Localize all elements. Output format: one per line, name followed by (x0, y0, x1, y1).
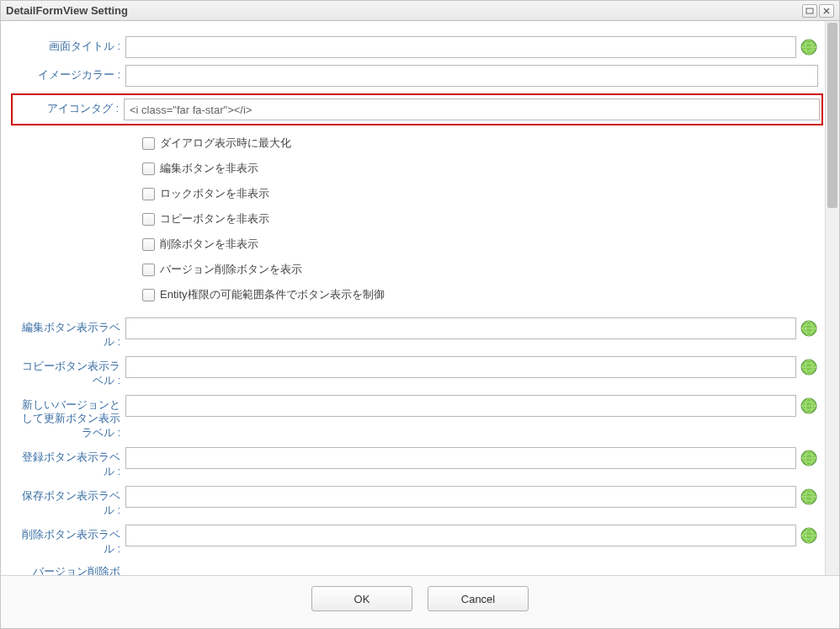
label-screen-title: 画面タイトル : (16, 36, 125, 54)
svg-rect-0 (806, 8, 813, 13)
checkbox-hide-lock[interactable] (142, 188, 155, 200)
window-title: DetailFormView Setting (6, 4, 802, 17)
checkbox-label: ロックボタンを非表示 (160, 186, 269, 201)
label-image-color: イメージカラー : (16, 65, 125, 83)
checkbox-entity-auth[interactable] (142, 289, 155, 301)
row-chk-hide-edit: 編集ボタンを非表示 (142, 157, 818, 179)
checkbox-label: コピーボタンを非表示 (160, 211, 269, 227)
input-delete-btn-label[interactable] (125, 525, 796, 546)
row-screen-title: 画面タイトル : (16, 36, 818, 58)
checkbox-label: バージョン削除ボタンを表示 (160, 262, 302, 277)
row-icon-tag-highlighted: アイコンタグ : (11, 93, 823, 125)
input-save-btn-label[interactable] (125, 486, 796, 508)
row-copy-btn-label: コピーボタン表示ラベル : (16, 356, 818, 388)
dialog-footer: OK Cancel (1, 575, 839, 628)
row-new-version-label: 新しいバージョンとして更新ボタン表示ラベル : (16, 395, 818, 441)
label-truncated: バージョン削除ボ (16, 563, 125, 575)
label-edit-btn-label: 編集ボタン表示ラベル : (16, 317, 125, 349)
ok-button[interactable]: OK (311, 586, 412, 611)
row-image-color: イメージカラー : (16, 65, 818, 87)
maximize-button[interactable] (802, 4, 817, 18)
globe-icon[interactable] (800, 397, 818, 415)
checkbox-hide-edit[interactable] (142, 163, 155, 175)
row-save-btn-label: 保存ボタン表示ラベル : (16, 486, 818, 518)
row-chk-hide-delete: 削除ボタンを非表示 (142, 233, 818, 255)
row-delete-btn-label: 削除ボタン表示ラベル : (16, 525, 818, 557)
row-chk-hide-copy: コピーボタンを非表示 (142, 208, 818, 230)
label-new-version-label: 新しいバージョンとして更新ボタン表示ラベル : (16, 395, 125, 441)
checkbox-label: ダイアログ表示時に最大化 (160, 136, 291, 151)
scrollbar-thumb[interactable] (827, 23, 837, 208)
checkbox-label: 削除ボタンを非表示 (160, 237, 258, 252)
row-register-btn-label: 登録ボタン表示ラベル : (16, 447, 818, 479)
globe-icon[interactable] (800, 488, 818, 506)
label-register-btn-label: 登録ボタン表示ラベル : (16, 447, 125, 479)
row-truncated: バージョン削除ボ (16, 563, 818, 575)
label-delete-btn-label: 削除ボタン表示ラベル : (16, 525, 125, 557)
input-image-color[interactable] (125, 65, 818, 87)
window-controls (802, 4, 834, 18)
globe-icon[interactable] (800, 319, 818, 338)
globe-icon[interactable] (800, 38, 818, 56)
row-chk-hide-lock: ロックボタンを非表示 (142, 183, 818, 205)
input-copy-btn-label[interactable] (125, 356, 796, 378)
globe-icon[interactable] (800, 358, 818, 376)
input-screen-title[interactable] (125, 36, 796, 58)
row-chk-show-version-delete: バージョン削除ボタンを表示 (142, 259, 818, 280)
label-icon-tag: アイコンタグ : (14, 99, 124, 116)
window-titlebar: DetailFormView Setting (1, 1, 839, 21)
label-save-btn-label: 保存ボタン表示ラベル : (16, 486, 125, 518)
cancel-button[interactable]: Cancel (428, 586, 529, 611)
row-edit-btn-label: 編集ボタン表示ラベル : (16, 317, 818, 349)
checkbox-label: 編集ボタンを非表示 (160, 161, 258, 176)
vertical-scrollbar[interactable] (825, 21, 839, 575)
input-icon-tag[interactable] (124, 99, 820, 120)
checkbox-maximize-dialog[interactable] (142, 137, 155, 150)
checkbox-hide-copy[interactable] (142, 213, 155, 226)
input-new-version-label[interactable] (125, 395, 796, 417)
input-register-btn-label[interactable] (125, 447, 796, 469)
row-chk-maximize-dialog: ダイアログ表示時に最大化 (142, 132, 818, 154)
label-copy-btn-label: コピーボタン表示ラベル : (16, 356, 125, 388)
input-edit-btn-label[interactable] (125, 317, 796, 339)
globe-icon[interactable] (800, 449, 818, 467)
checkbox-hide-delete[interactable] (142, 238, 155, 251)
form-content: 画面タイトル : イメージカラー : アイコンタグ : ダイアログ表示時に最大化 (1, 21, 825, 575)
checkbox-show-version-delete[interactable] (142, 264, 155, 276)
row-chk-entity-auth: Entity権限の可能範囲条件でボタン表示を制御 (142, 284, 818, 306)
checkbox-label: Entity権限の可能範囲条件でボタン表示を制御 (160, 287, 385, 302)
close-button[interactable] (819, 4, 834, 18)
globe-icon[interactable] (800, 526, 818, 545)
